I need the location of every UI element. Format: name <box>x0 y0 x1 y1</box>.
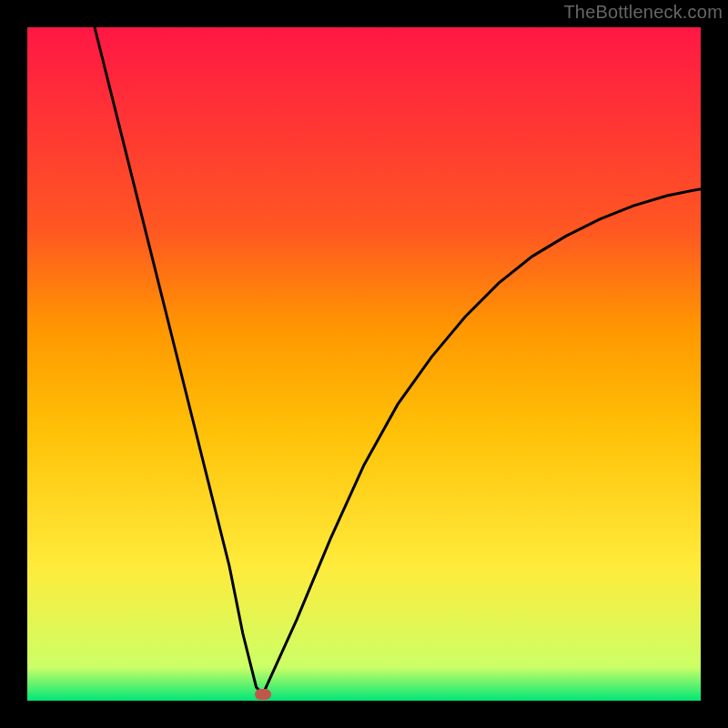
bottleneck-curve <box>27 27 701 701</box>
watermark-text: TheBottleneck.com <box>563 2 723 23</box>
plot-area <box>27 27 701 701</box>
optimal-marker <box>255 689 271 700</box>
chart-frame: TheBottleneck.com <box>0 0 728 728</box>
